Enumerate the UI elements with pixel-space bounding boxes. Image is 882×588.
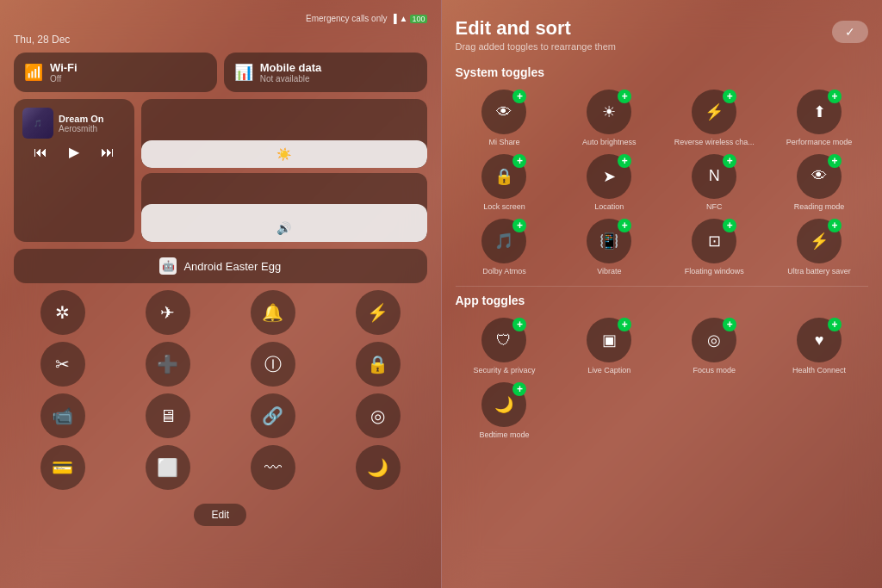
plus-icon-5: + [618,154,631,168]
app-plus-icon-1: + [618,318,631,331]
plus-icon-4: + [512,154,526,168]
app-toggle-circle-4: 🌙 + [481,382,526,427]
scan-button[interactable]: ⬜ [146,445,190,490]
toggle-label-6: NFC [706,202,723,212]
focus-button[interactable]: ◎ [356,393,401,438]
media-card: 🎵 Dream On Aerosmith ⏮ ▶ ⏭ [14,99,134,242]
android-icon: 🤖 [159,257,177,275]
toggle-label-10: Floating windows [685,267,744,276]
system-toggle-6[interactable]: N + NFC [665,154,763,212]
app-toggle-1[interactable]: ▣ + Live Caption [560,318,658,375]
system-toggle-3[interactable]: ⬆ + Performance mode [770,90,868,147]
info-button[interactable]: Ⓘ [251,342,295,387]
toggle-circle-2: ⚡ + [692,90,736,134]
date-display: Thu, 28 Dec [14,34,427,46]
health-button[interactable]: ➕ [146,342,190,387]
app-toggle-label-0: Security & privacy [473,366,535,375]
bluetooth-button[interactable]: ✲ [40,290,85,335]
airplane-button[interactable]: ✈ [146,290,190,335]
app-toggle-label-1: Live Caption [587,366,630,375]
system-toggle-4[interactable]: 🔒 + Lock screen [456,154,554,212]
icon-grid-4: 💳 ⬜ 〰 🌙 [14,445,427,490]
plus-icon-11: + [828,219,842,232]
scissors-button[interactable]: ✂ [40,342,85,387]
wifi-tile[interactable]: 📶 Wi-Fi Off [14,53,217,92]
song-artist: Aerosmith [59,124,104,133]
volume-slider[interactable]: 🔊 [141,173,427,242]
app-toggle-label-2: Focus mode [693,366,736,375]
brightness-icon: ☀️ [276,147,291,161]
toggle-circle-10: ⊡ + [692,219,736,263]
toggle-circle-7: 👁 + [797,154,842,199]
screen-button[interactable]: 🖥 [146,393,190,438]
plus-icon-3: + [828,90,842,103]
app-toggle-circle-3: ♥ + [797,318,842,362]
plus-icon-2: + [723,90,736,103]
wifi-icon: 📶 [24,63,43,82]
section-divider [456,286,869,287]
album-art: 🎵 [22,108,53,139]
app-toggle-circle-1: ▣ + [587,318,631,362]
system-toggle-8[interactable]: 🎵 + Dolby Atmos [456,219,554,276]
system-toggle-9[interactable]: 📳 + Vibrate [560,219,658,276]
app-toggle-4[interactable]: 🌙 + Bedtime mode [456,382,554,440]
mobile-icon: 📊 [234,63,253,82]
toggle-label-9: Vibrate [597,267,621,276]
edit-sort-header: Edit and sort Drag added toggles to rear… [456,17,869,52]
waves-button[interactable]: 〰 [251,445,295,490]
moon-button[interactable]: 🌙 [356,445,401,490]
app-toggle-3[interactable]: ♥ + Health Connect [770,318,868,375]
toggle-label-3: Performance mode [786,138,853,147]
card-button[interactable]: 💳 [40,445,85,490]
checkmark-button[interactable]: ✓ [832,21,868,43]
system-toggle-2[interactable]: ⚡ + Reverse wireless cha... [665,90,763,147]
plus-icon-6: + [723,154,736,168]
bell-button[interactable]: 🔔 [251,290,295,335]
plus-icon-10: + [723,219,736,232]
app-toggle-2[interactable]: ◎ + Focus mode [665,318,763,375]
media-controls: ⏮ ▶ ⏭ [22,144,126,160]
toggle-circle-6: N + [692,154,736,199]
toggle-circle-8: 🎵 + [481,219,526,263]
edit-sort-title: Edit and sort [456,17,617,40]
next-button[interactable]: ⏭ [101,145,115,160]
toggle-circle-4: 🔒 + [481,154,526,199]
system-section-title: System toggles [456,65,869,79]
app-plus-icon-3: + [828,318,842,331]
toggle-label-4: Lock screen [483,202,525,212]
edit-sort-subtitle: Drag added toggles to rearrange them [456,41,617,52]
prev-button[interactable]: ⏮ [34,145,47,160]
app-section-title: App toggles [456,294,869,307]
android-easter-egg-button[interactable]: 🤖 Android Easter Egg [14,249,427,283]
toggle-circle-9: 📳 + [587,219,631,263]
toggle-circle-11: ⚡ + [797,219,842,263]
app-plus-icon-0: + [512,318,526,331]
mobile-title: Mobile data [260,61,322,74]
system-toggle-7[interactable]: 👁 + Reading mode [770,154,868,212]
app-toggle-label-3: Health Connect [792,366,846,375]
flashlight-button[interactable]: ⚡ [356,290,401,335]
icon-grid-3: 📹 🖥 🔗 ◎ [14,393,427,438]
icon-grid-2: ✂ ➕ Ⓘ 🔒 [14,342,427,387]
toggle-label-1: Auto brightness [582,138,637,147]
right-content: Edit and sort Drag added toggles to rear… [442,0,883,588]
app-toggle-0[interactable]: 🛡 + Security & privacy [456,318,554,375]
app-toggle-label-4: Bedtime mode [479,430,529,440]
edit-button[interactable]: Edit [194,504,246,526]
link-button[interactable]: 🔗 [251,393,295,438]
play-button[interactable]: ▶ [69,144,79,160]
icon-grid-1: ✲ ✈ 🔔 ⚡ [14,290,427,335]
system-toggle-11[interactable]: ⚡ + Ultra battery saver [770,219,868,276]
plus-icon-9: + [618,219,631,232]
system-toggle-1[interactable]: ☀ + Auto brightness [560,90,658,147]
video-button[interactable]: 📹 [40,393,85,438]
system-toggle-10[interactable]: ⊡ + Floating windows [665,219,763,276]
mobile-data-tile[interactable]: 📊 Mobile data Not available [224,53,427,92]
toggle-circle-5: ➤ + [587,154,631,199]
toggle-circle-0: 👁 + [481,90,526,134]
system-toggle-5[interactable]: ➤ + Location [560,154,658,212]
system-toggle-0[interactable]: 👁 + Mi Share [456,90,554,147]
brightness-slider[interactable]: ☀️ [141,99,427,168]
volume-icon: 🔊 [276,221,291,235]
lock-rotate-button[interactable]: 🔒 [356,342,401,387]
